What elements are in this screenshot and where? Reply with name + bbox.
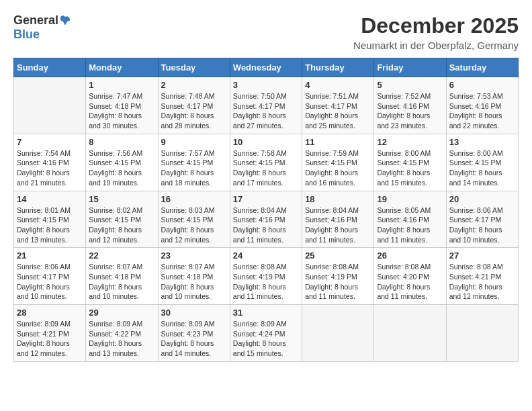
calendar-cell: 27Sunrise: 8:08 AM Sunset: 4:21 PM Dayli… — [446, 248, 518, 305]
day-number: 17 — [233, 194, 299, 204]
day-number: 22 — [89, 250, 154, 261]
calendar-cell: 26Sunrise: 8:08 AM Sunset: 4:20 PM Dayli… — [374, 248, 446, 305]
day-number: 6 — [449, 80, 515, 90]
calendar-cell: 20Sunrise: 8:06 AM Sunset: 4:17 PM Dayli… — [446, 191, 518, 248]
calendar-cell: 8Sunrise: 7:56 AM Sunset: 4:15 PM Daylig… — [86, 134, 158, 191]
title-area: December 2025 Neumarkt in der Oberpfalz,… — [353, 13, 519, 51]
page-title: December 2025 — [353, 13, 519, 38]
calendar-cell: 22Sunrise: 8:07 AM Sunset: 4:18 PM Dayli… — [86, 248, 158, 305]
day-number: 28 — [17, 308, 83, 318]
day-info: Sunrise: 8:07 AM Sunset: 4:18 PM Dayligh… — [161, 262, 227, 302]
calendar-cell: 21Sunrise: 8:06 AM Sunset: 4:17 PM Dayli… — [14, 248, 86, 305]
calendar-cell: 23Sunrise: 8:07 AM Sunset: 4:18 PM Dayli… — [158, 248, 230, 305]
day-info: Sunrise: 8:09 AM Sunset: 4:22 PM Dayligh… — [89, 319, 154, 359]
day-info: Sunrise: 8:02 AM Sunset: 4:15 PM Dayligh… — [89, 205, 154, 245]
calendar-cell — [14, 77, 86, 134]
day-info: Sunrise: 7:50 AM Sunset: 4:17 PM Dayligh… — [233, 91, 299, 131]
day-info: Sunrise: 7:54 AM Sunset: 4:16 PM Dayligh… — [17, 148, 83, 188]
calendar-cell: 25Sunrise: 8:08 AM Sunset: 4:19 PM Dayli… — [302, 248, 374, 305]
day-number: 4 — [305, 80, 371, 90]
calendar-cell: 5Sunrise: 7:52 AM Sunset: 4:16 PM Daylig… — [374, 77, 446, 134]
calendar-cell: 11Sunrise: 7:59 AM Sunset: 4:15 PM Dayli… — [302, 134, 374, 191]
logo-general: General — [13, 13, 58, 28]
day-info: Sunrise: 8:08 AM Sunset: 4:21 PM Dayligh… — [449, 262, 515, 302]
weekday-header-saturday: Saturday — [446, 58, 518, 77]
day-info: Sunrise: 8:05 AM Sunset: 4:16 PM Dayligh… — [377, 205, 443, 245]
day-number: 23 — [161, 250, 227, 261]
calendar-cell: 17Sunrise: 8:04 AM Sunset: 4:16 PM Dayli… — [230, 191, 302, 248]
calendar-cell: 1Sunrise: 7:47 AM Sunset: 4:18 PM Daylig… — [86, 77, 158, 134]
calendar-cell — [374, 305, 446, 362]
day-number: 9 — [161, 137, 227, 147]
weekday-header-row: SundayMondayTuesdayWednesdayThursdayFrid… — [14, 58, 519, 77]
calendar-cell: 18Sunrise: 8:04 AM Sunset: 4:16 PM Dayli… — [302, 191, 374, 248]
day-number: 1 — [89, 80, 154, 90]
calendar-header: SundayMondayTuesdayWednesdayThursdayFrid… — [14, 58, 519, 77]
day-info: Sunrise: 8:07 AM Sunset: 4:18 PM Dayligh… — [89, 262, 154, 302]
calendar-cell: 15Sunrise: 8:02 AM Sunset: 4:15 PM Dayli… — [86, 191, 158, 248]
day-info: Sunrise: 8:04 AM Sunset: 4:16 PM Dayligh… — [233, 205, 299, 245]
calendar-cell: 6Sunrise: 7:53 AM Sunset: 4:16 PM Daylig… — [446, 77, 518, 134]
day-info: Sunrise: 8:03 AM Sunset: 4:15 PM Dayligh… — [161, 205, 227, 245]
day-number: 3 — [233, 80, 299, 90]
calendar-table: SundayMondayTuesdayWednesdayThursdayFrid… — [13, 58, 519, 362]
day-info: Sunrise: 7:51 AM Sunset: 4:17 PM Dayligh… — [305, 91, 371, 131]
day-number: 10 — [233, 137, 299, 147]
weekday-header-wednesday: Wednesday — [230, 58, 302, 77]
day-number: 18 — [305, 194, 371, 204]
calendar-cell: 14Sunrise: 8:01 AM Sunset: 4:15 PM Dayli… — [14, 191, 86, 248]
day-info: Sunrise: 8:08 AM Sunset: 4:19 PM Dayligh… — [233, 262, 299, 302]
day-info: Sunrise: 7:57 AM Sunset: 4:15 PM Dayligh… — [161, 148, 227, 188]
calendar-cell: 9Sunrise: 7:57 AM Sunset: 4:15 PM Daylig… — [158, 134, 230, 191]
day-number: 12 — [377, 137, 443, 147]
day-number: 20 — [449, 194, 515, 204]
calendar-cell: 28Sunrise: 8:09 AM Sunset: 4:21 PM Dayli… — [14, 305, 86, 362]
calendar-cell: 7Sunrise: 7:54 AM Sunset: 4:16 PM Daylig… — [14, 134, 86, 191]
calendar-cell: 30Sunrise: 8:09 AM Sunset: 4:23 PM Dayli… — [158, 305, 230, 362]
calendar-cell: 29Sunrise: 8:09 AM Sunset: 4:22 PM Dayli… — [86, 305, 158, 362]
weekday-header-sunday: Sunday — [14, 58, 86, 77]
calendar-cell: 24Sunrise: 8:08 AM Sunset: 4:19 PM Dayli… — [230, 248, 302, 305]
day-number: 25 — [305, 250, 371, 261]
calendar-cell — [302, 305, 374, 362]
calendar-week-3: 21Sunrise: 8:06 AM Sunset: 4:17 PM Dayli… — [14, 248, 519, 305]
day-number: 27 — [449, 250, 515, 261]
calendar-cell: 31Sunrise: 8:09 AM Sunset: 4:24 PM Dayli… — [230, 305, 302, 362]
day-number: 26 — [377, 250, 443, 261]
day-info: Sunrise: 8:04 AM Sunset: 4:16 PM Dayligh… — [305, 205, 371, 245]
day-number: 30 — [161, 308, 227, 318]
day-number: 31 — [233, 308, 299, 318]
calendar-body: 1Sunrise: 7:47 AM Sunset: 4:18 PM Daylig… — [14, 77, 519, 362]
calendar-week-2: 14Sunrise: 8:01 AM Sunset: 4:15 PM Dayli… — [14, 191, 519, 248]
day-number: 13 — [449, 137, 515, 147]
day-info: Sunrise: 8:08 AM Sunset: 4:20 PM Dayligh… — [377, 262, 443, 302]
day-number: 16 — [161, 194, 227, 204]
calendar-week-4: 28Sunrise: 8:09 AM Sunset: 4:21 PM Dayli… — [14, 305, 519, 362]
calendar-cell: 4Sunrise: 7:51 AM Sunset: 4:17 PM Daylig… — [302, 77, 374, 134]
day-info: Sunrise: 8:06 AM Sunset: 4:17 PM Dayligh… — [17, 262, 83, 302]
day-info: Sunrise: 7:48 AM Sunset: 4:17 PM Dayligh… — [161, 91, 227, 131]
day-info: Sunrise: 8:00 AM Sunset: 4:15 PM Dayligh… — [449, 148, 515, 188]
day-info: Sunrise: 7:53 AM Sunset: 4:16 PM Dayligh… — [449, 91, 515, 131]
day-number: 2 — [161, 80, 227, 90]
logo-blue: Blue — [13, 28, 40, 41]
calendar-cell: 19Sunrise: 8:05 AM Sunset: 4:16 PM Dayli… — [374, 191, 446, 248]
day-number: 15 — [89, 194, 154, 204]
calendar-cell — [446, 305, 518, 362]
day-info: Sunrise: 8:09 AM Sunset: 4:23 PM Dayligh… — [161, 319, 227, 359]
weekday-header-tuesday: Tuesday — [158, 58, 230, 77]
day-number: 21 — [17, 250, 83, 261]
day-info: Sunrise: 7:47 AM Sunset: 4:18 PM Dayligh… — [89, 91, 154, 131]
calendar-week-0: 1Sunrise: 7:47 AM Sunset: 4:18 PM Daylig… — [14, 77, 519, 134]
day-number: 19 — [377, 194, 443, 204]
day-info: Sunrise: 8:06 AM Sunset: 4:17 PM Dayligh… — [449, 205, 515, 245]
day-number: 8 — [89, 137, 154, 147]
calendar-cell: 3Sunrise: 7:50 AM Sunset: 4:17 PM Daylig… — [230, 77, 302, 134]
logo-bird-icon — [58, 14, 72, 28]
day-info: Sunrise: 7:59 AM Sunset: 4:15 PM Dayligh… — [305, 148, 371, 188]
day-info: Sunrise: 8:00 AM Sunset: 4:15 PM Dayligh… — [377, 148, 443, 188]
day-info: Sunrise: 8:08 AM Sunset: 4:19 PM Dayligh… — [305, 262, 371, 302]
day-number: 24 — [233, 250, 299, 261]
page-subtitle: Neumarkt in der Oberpfalz, Germany — [353, 40, 519, 51]
calendar-cell: 12Sunrise: 8:00 AM Sunset: 4:15 PM Dayli… — [374, 134, 446, 191]
